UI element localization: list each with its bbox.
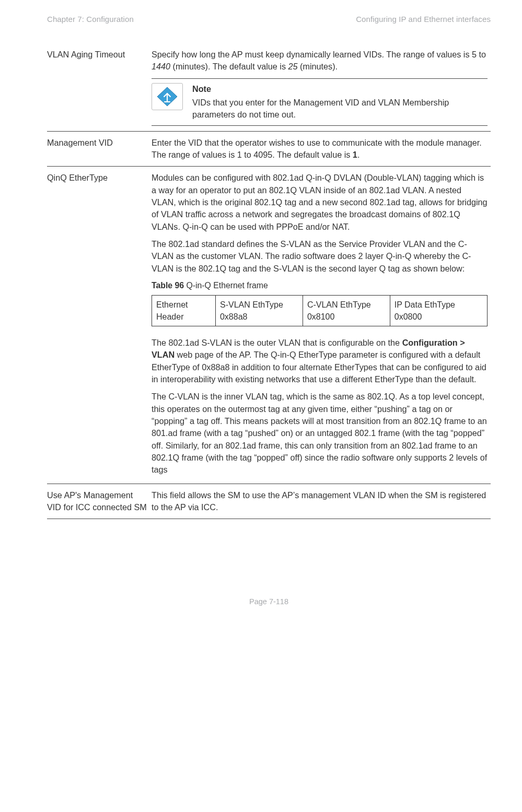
page-header: Chapter 7: Configuration Configuring IP … (47, 15, 491, 23)
row-desc: This field allows the SM to use the AP’s… (152, 484, 491, 519)
row-vlan-aging-timeout: VLAN Aging Timeout Specify how long the … (47, 43, 491, 131)
paragraph: Specify how long the AP must keep dynami… (152, 49, 488, 73)
row-label: Management VID (47, 131, 152, 167)
caption-bold: Table 96 (152, 281, 184, 290)
row-desc: Modules can be configured with 802.1ad Q… (152, 167, 491, 484)
page-footer: Page 7-118 (47, 597, 491, 606)
frame-cell: IP Data EthType 0x0800 (390, 295, 487, 326)
frame-cell: Ethernet Header (152, 295, 216, 326)
text-italic: 25 (288, 62, 298, 71)
row-management-vid: Management VID Enter the VID that the op… (47, 131, 491, 167)
paragraph: The C-VLAN is the inner VLAN tag, which … (152, 391, 488, 476)
text: web page of the AP. The Q-in-Q EtherType… (152, 350, 486, 384)
text: (minutes). The default value is (170, 62, 288, 71)
note-title: Note (192, 83, 488, 95)
row-label: Use AP's Management VID for ICC connecte… (47, 484, 152, 519)
paragraph: The 802.1ad S-VLAN is the outer VLAN tha… (152, 337, 488, 385)
note-icon (152, 83, 183, 110)
text: Specify how long the AP must keep dynami… (152, 50, 486, 59)
row-label: VLAN Aging Timeout (47, 43, 152, 131)
row-use-ap-mgmt-vid: Use AP's Management VID for ICC connecte… (47, 484, 491, 519)
frame-cell: C-VLAN EthType 0x8100 (303, 295, 390, 326)
text: . (357, 150, 360, 159)
header-right: Configuring IP and Ethernet interfaces (356, 15, 491, 23)
parameters-table: VLAN Aging Timeout Specify how long the … (47, 43, 491, 519)
text-italic: 1440 (152, 62, 170, 71)
qinq-frame-table: Ethernet Header S-VLAN EthType 0x88a8 C-… (152, 295, 488, 326)
table-caption: Table 96 Q-in-Q Ethernet frame (152, 280, 488, 292)
note-text: Note VIDs that you enter for the Managem… (192, 83, 488, 121)
text: The 802.1ad S-VLAN is the outer VLAN tha… (152, 338, 402, 347)
note-block: Note VIDs that you enter for the Managem… (152, 78, 488, 126)
paragraph: Modules can be configured with 802.1ad Q… (152, 172, 488, 233)
page-body: Chapter 7: Configuration Configuring IP … (0, 0, 522, 618)
row-desc: Specify how long the AP must keep dynami… (152, 43, 491, 131)
frame-cell: S-VLAN EthType 0x88a8 (215, 295, 303, 326)
caption-rest: Q-in-Q Ethernet frame (184, 281, 268, 290)
header-left: Chapter 7: Configuration (47, 15, 134, 23)
paragraph: The 802.1ad standard defines the S-VLAN … (152, 238, 488, 275)
text-bold: 1 (353, 150, 357, 159)
row-label: QinQ EtherType (47, 167, 152, 484)
text: Enter the VID that the operator wishes t… (152, 138, 482, 159)
row-qinq-ethertype: QinQ EtherType Modules can be configured… (47, 167, 491, 484)
note-body: VIDs that you enter for the Management V… (192, 97, 488, 121)
row-desc: Enter the VID that the operator wishes t… (152, 131, 491, 167)
text: (minutes). (298, 62, 338, 71)
